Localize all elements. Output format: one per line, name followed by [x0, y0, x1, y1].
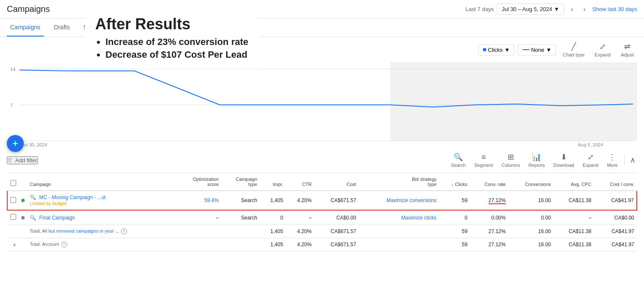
account-row: ∨ Total: Account ? 1,405 4.20% CA$671.57…	[7, 238, 637, 251]
row1-campaign-icon: 🔍	[30, 194, 36, 200]
account-type	[221, 238, 260, 251]
row1-ctr: 4.20%	[286, 191, 314, 210]
total-conv-rate: 27.12%	[470, 225, 508, 238]
columns-button[interactable]: ⊞ Columns	[498, 151, 523, 169]
row1-conversions: 16.00	[508, 191, 553, 210]
reports-icon: 📊	[532, 152, 541, 162]
y-label-14: 14	[10, 67, 15, 72]
total-cost: CA$671.57	[314, 225, 359, 238]
total-impr: 1,405	[260, 225, 286, 238]
filter-button[interactable]: ▽ Add filter	[7, 156, 38, 164]
columns-icon: ⊞	[508, 152, 514, 162]
expand-chart-icon: ⤢	[599, 42, 606, 51]
segment-icon: ≡	[481, 153, 486, 162]
total-help-icon[interactable]: ?	[121, 228, 127, 234]
account-opt	[176, 238, 221, 251]
total-ctr: 4.20%	[286, 225, 314, 238]
date-range-selector[interactable]: Jul 30 – Aug 5, 2024 ▼	[497, 3, 564, 15]
row1-checkbox[interactable]	[7, 191, 19, 210]
tab-campaigns[interactable]: Campaigns	[7, 19, 44, 37]
table-section: ▽ Add filter 🔍 Search ≡ Segment ⊞ Column…	[0, 147, 644, 251]
account-conv-rate: 27.12%	[470, 238, 508, 251]
chart-type-label: Chart type	[563, 52, 584, 57]
row2-impr: 0	[260, 210, 286, 225]
metric-clicks-button[interactable]: Clicks ▼	[478, 44, 515, 56]
chart-svg: 14 7 0 Jul 30, 2024 Aug 5, 2024	[7, 62, 637, 147]
row1-opt-score[interactable]: 59.4%	[176, 191, 221, 210]
header-cost: Cost	[314, 173, 359, 191]
row2-cost: CA$0.00	[314, 210, 359, 225]
table-header-row: Campaign Optimizationscore Campaigntype …	[7, 173, 637, 191]
row2-conversions: 0.00	[508, 210, 553, 225]
total-type	[221, 225, 260, 238]
account-help-icon[interactable]: ?	[61, 242, 67, 248]
row1-status	[19, 191, 27, 210]
account-clicks: 59	[439, 238, 470, 251]
total-filter-link[interactable]: All but removed campaigns in your ...	[42, 228, 119, 234]
metric-none-button[interactable]: None ▼	[518, 44, 556, 56]
account-status	[19, 238, 27, 251]
add-button[interactable]: +	[7, 135, 24, 152]
row1-bid-link[interactable]: Maximize conversions	[386, 197, 437, 203]
row2-checkbox[interactable]	[7, 210, 19, 225]
show-30-days-link[interactable]: Show last 30 days	[592, 6, 637, 12]
header-avg-cpc: Avg. CPC	[553, 173, 594, 191]
account-conversions: 16.00	[508, 238, 553, 251]
reports-label: Reports	[528, 163, 545, 168]
header-conv-rate: Conv. rate	[470, 173, 508, 191]
account-ctr: 4.20%	[286, 238, 314, 251]
clicks-label: Clicks	[488, 47, 503, 53]
dropdown-arrow-icon: ▼	[554, 6, 559, 12]
download-icon: ⬇	[561, 152, 567, 162]
account-expand[interactable]: ∨	[7, 238, 19, 251]
page-title: Campaigns	[7, 4, 50, 14]
header-cost-conv: Cost / conv.	[594, 173, 637, 191]
total-conversions: 16.00	[508, 225, 553, 238]
total-opt	[176, 225, 221, 238]
expand-chart-button[interactable]: ⤢ Expand	[591, 40, 614, 59]
row2-campaign-icon: 🔍	[30, 215, 36, 221]
total-bid	[359, 225, 439, 238]
row2-clicks: 0	[439, 210, 470, 225]
row2-campaign-type: Search	[221, 210, 260, 225]
x-label-start: Jul 30, 2024	[22, 142, 47, 147]
collapse-button[interactable]: ∧	[628, 154, 637, 166]
columns-label: Columns	[502, 163, 520, 168]
total-cost-conv: CA$41.97	[594, 225, 637, 238]
total-clicks: 59	[439, 225, 470, 238]
account-avg-cpc: CA$11.38	[553, 238, 594, 251]
row1-campaign-link[interactable]: MC - Moving Campaign - ...st	[39, 194, 105, 200]
next-date-button[interactable]: ›	[580, 4, 589, 15]
header-bid-strategy: Bid strategytype	[359, 173, 439, 191]
clicks-dropdown-icon: ▼	[505, 47, 510, 53]
row1-campaign-type: Search	[221, 191, 260, 210]
header-conversions: Conversions	[508, 173, 553, 191]
search-button[interactable]: 🔍 Search	[448, 151, 469, 169]
more-label: More	[607, 163, 618, 168]
row2-conv-rate: 0.00%	[470, 210, 508, 225]
y-label-7: 7	[10, 103, 13, 108]
download-button[interactable]: ⬇ Download	[550, 151, 578, 169]
row2-campaign-link[interactable]: Final Campaign	[39, 215, 75, 221]
segment-label: Segment	[474, 163, 493, 168]
none-dropdown-icon: ▼	[546, 47, 551, 53]
more-button[interactable]: ⋮ More	[604, 151, 621, 169]
row2-bid-link[interactable]: Maximize clicks	[401, 215, 437, 221]
row2-bid-strategy: Maximize clicks	[359, 210, 439, 225]
adjust-button[interactable]: ⇌ Adjust	[617, 40, 637, 59]
row2-cost-conv: CA$0.00	[594, 210, 637, 225]
tab-drafts[interactable]: Drafts	[51, 19, 73, 37]
row1-bid-strategy: Maximize conversions	[359, 191, 439, 210]
account-bid	[359, 238, 439, 251]
header-checkbox-all[interactable]	[7, 173, 19, 191]
chart-type-button[interactable]: ╱ Chart type	[559, 40, 588, 59]
prev-date-button[interactable]: ‹	[567, 4, 576, 15]
header-clicks[interactable]: ↓ Clicks	[439, 173, 470, 191]
reports-button[interactable]: 📊 Reports	[525, 151, 548, 169]
x-label-end: Aug 5, 2024	[578, 142, 603, 147]
overlay-box: After Results Increase of 23% conversion…	[85, 8, 258, 69]
expand-table-button[interactable]: ⤢ Expand	[579, 151, 602, 169]
row1-impr: 1,405	[260, 191, 286, 210]
more-icon: ⋮	[608, 152, 616, 162]
segment-button[interactable]: ≡ Segment	[471, 151, 496, 169]
